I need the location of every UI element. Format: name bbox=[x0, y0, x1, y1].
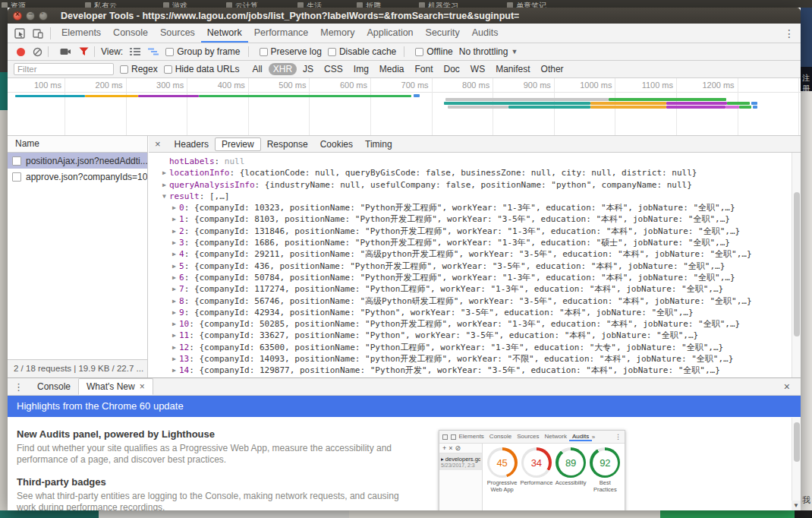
tree-arrow-icon[interactable]: ▶ bbox=[159, 167, 169, 178]
tree-arrow-icon[interactable]: ▶ bbox=[169, 261, 179, 272]
tree-arrow-icon[interactable]: ▶ bbox=[169, 237, 179, 248]
window-minimize-button[interactable] bbox=[26, 11, 35, 21]
inspect-element-icon[interactable] bbox=[14, 27, 26, 39]
tree-arrow-icon[interactable]: ▶ bbox=[169, 248, 179, 260]
whats-new-scrollbar[interactable] bbox=[792, 418, 801, 510]
request-row[interactable]: approve.json?companyIds=10... bbox=[8, 169, 147, 185]
window-maximize-button[interactable] bbox=[39, 11, 48, 21]
filter-type-css[interactable]: CSS bbox=[319, 63, 348, 75]
device-toolbar-icon[interactable] bbox=[32, 27, 44, 39]
json-row[interactable]: hotLabels: null bbox=[149, 156, 792, 167]
screenshot-camera-icon[interactable] bbox=[59, 46, 71, 58]
json-row[interactable]: ▶5: {companyId: 436, positionName: "Pyth… bbox=[149, 261, 792, 272]
json-row[interactable]: ▶13: {companyId: 14093, positionName: "p… bbox=[149, 353, 792, 365]
regex-checkbox[interactable] bbox=[120, 65, 128, 74]
tree-arrow-icon[interactable]: ▶ bbox=[169, 226, 179, 237]
json-row[interactable]: ▶4: {companyId: 29211, positionName: "高级… bbox=[149, 248, 792, 260]
preview-scrollbar[interactable] bbox=[792, 153, 801, 377]
filter-input[interactable] bbox=[14, 63, 114, 75]
tree-arrow-icon[interactable]: ▶ bbox=[159, 179, 169, 191]
json-row[interactable]: ▶2: {companyId: 131846, positionName: "P… bbox=[149, 226, 792, 237]
detail-tab-preview[interactable]: Preview bbox=[215, 137, 261, 151]
tree-arrow-icon[interactable]: ▶ bbox=[169, 295, 179, 307]
detail-tab-cookies[interactable]: Cookies bbox=[314, 137, 359, 151]
tab-application[interactable]: Application bbox=[360, 24, 419, 43]
tree-arrow-icon[interactable]: ▶ bbox=[169, 330, 179, 341]
json-key: 13 bbox=[179, 354, 189, 364]
waterfall-bar bbox=[725, 106, 739, 109]
json-row[interactable]: ▶10: {companyId: 50285, positionName: "P… bbox=[149, 318, 792, 330]
tab-network[interactable]: Network bbox=[201, 24, 248, 43]
detail-tab-headers[interactable]: Headers bbox=[168, 137, 215, 151]
tab-security[interactable]: Security bbox=[420, 24, 466, 43]
scroll-down-icon[interactable]: ▼ bbox=[792, 501, 801, 510]
json-row[interactable]: ▶12: {companyId: 63500, positionName: "P… bbox=[149, 342, 792, 353]
tree-arrow-icon[interactable]: ▶ bbox=[169, 353, 179, 365]
close-tab-icon[interactable]: × bbox=[140, 381, 145, 392]
scrollbar-thumb[interactable] bbox=[794, 192, 800, 336]
json-row[interactable]: ▶1: {companyId: 8103, positionName: "Pyt… bbox=[149, 213, 792, 225]
close-detail-icon[interactable]: × bbox=[155, 138, 161, 150]
tab-console[interactable]: Console bbox=[107, 24, 154, 43]
json-row[interactable]: ▶9: {companyId: 42934, positionName: "Py… bbox=[149, 307, 792, 318]
filter-type-media[interactable]: Media bbox=[375, 63, 409, 75]
offline-checkbox[interactable] bbox=[415, 48, 423, 56]
json-row[interactable]: ▶6: {companyId: 50784, positionName: "Py… bbox=[149, 272, 792, 283]
clear-icon[interactable] bbox=[31, 46, 43, 58]
filter-type-xhr[interactable]: XHR bbox=[269, 63, 297, 75]
detail-tab-timing[interactable]: Timing bbox=[359, 137, 398, 151]
window-titlebar[interactable]: Developer Tools - https://www.lagou.com/… bbox=[8, 8, 801, 24]
tab-performance[interactable]: Performance bbox=[248, 24, 315, 43]
filter-type-ws[interactable]: WS bbox=[466, 63, 489, 75]
name-column-header[interactable]: Name bbox=[8, 136, 147, 153]
network-overview-timeline[interactable]: 100 ms200 ms300 ms400 ms500 ms600 ms700 … bbox=[8, 78, 801, 135]
detail-tab-response[interactable]: Response bbox=[261, 137, 314, 151]
tree-arrow-icon[interactable]: ▶ bbox=[169, 272, 179, 283]
view-list-icon[interactable] bbox=[129, 46, 141, 58]
filter-type-manifest[interactable]: Manifest bbox=[491, 63, 534, 75]
window-close-button[interactable] bbox=[13, 11, 22, 21]
tab-elements[interactable]: Elements bbox=[55, 24, 107, 43]
filter-funnel-icon[interactable] bbox=[77, 46, 90, 58]
devtools-menu-kebab-icon[interactable]: ⋮ bbox=[784, 27, 795, 39]
json-row[interactable]: ▶8: {companyId: 56746, positionName: "高级… bbox=[149, 295, 792, 307]
json-row[interactable]: ▶0: {companyId: 10323, positionName: "Py… bbox=[149, 202, 792, 213]
hide-data-urls-checkbox[interactable] bbox=[164, 65, 172, 74]
tree-arrow-icon[interactable]: ▶ bbox=[169, 202, 179, 213]
tree-arrow-icon[interactable]: ▶ bbox=[169, 365, 179, 376]
filter-type-all[interactable]: All bbox=[247, 63, 266, 75]
tab-audits[interactable]: Audits bbox=[466, 24, 505, 43]
tab-sources[interactable]: Sources bbox=[154, 24, 201, 43]
throttling-dropdown[interactable]: No throttling ▼ bbox=[459, 46, 518, 57]
filter-type-font[interactable]: Font bbox=[411, 63, 438, 75]
json-row[interactable]: ▶queryAnalysisInfo: {industryName: null,… bbox=[149, 179, 792, 191]
json-row[interactable]: ▶14: {companyId: 129877, positionName: "… bbox=[149, 365, 792, 376]
tree-arrow-icon[interactable]: ▶ bbox=[169, 283, 179, 295]
filter-type-doc[interactable]: Doc bbox=[439, 63, 464, 75]
record-button[interactable] bbox=[17, 48, 25, 56]
filter-type-js[interactable]: JS bbox=[298, 63, 318, 75]
group-by-frame-checkbox[interactable] bbox=[165, 48, 174, 56]
filter-type-img[interactable]: Img bbox=[349, 63, 373, 75]
request-row[interactable]: positionAjax.json?needAddti... bbox=[8, 153, 147, 169]
tree-arrow-icon[interactable]: ▶ bbox=[169, 342, 179, 353]
tree-arrow-icon[interactable]: ▶ bbox=[169, 318, 179, 330]
json-row[interactable]: ▶3: {companyId: 1686, positionName: "Pyt… bbox=[149, 237, 792, 248]
tab-whats-new[interactable]: What's New × bbox=[78, 378, 153, 395]
json-row[interactable]: ▶11: {companyId: 33627, positionName: "P… bbox=[149, 330, 792, 341]
json-row[interactable]: ▶locationInfo: {locationCode: null, quer… bbox=[149, 167, 792, 178]
filter-type-other[interactable]: Other bbox=[537, 63, 568, 75]
tree-arrow-icon[interactable]: ▶ bbox=[169, 307, 179, 318]
tab-console[interactable]: Console bbox=[30, 379, 78, 394]
close-drawer-icon[interactable]: × bbox=[784, 381, 790, 393]
tree-arrow-icon[interactable]: ▶ bbox=[169, 213, 179, 225]
scrollbar-thumb[interactable] bbox=[794, 422, 800, 462]
tab-memory[interactable]: Memory bbox=[314, 24, 360, 43]
view-waterfall-icon[interactable] bbox=[147, 46, 159, 58]
disable-cache-checkbox[interactable] bbox=[328, 48, 336, 56]
json-row[interactable]: ▶7: {companyId: 117274, positionName: "P… bbox=[149, 283, 792, 295]
json-row[interactable]: ▼result: [,…] bbox=[149, 191, 792, 202]
drawer-menu-kebab-icon[interactable]: ⋮ bbox=[14, 381, 24, 393]
tree-arrow-icon[interactable]: ▼ bbox=[159, 191, 169, 202]
preserve-log-checkbox[interactable] bbox=[260, 48, 268, 56]
